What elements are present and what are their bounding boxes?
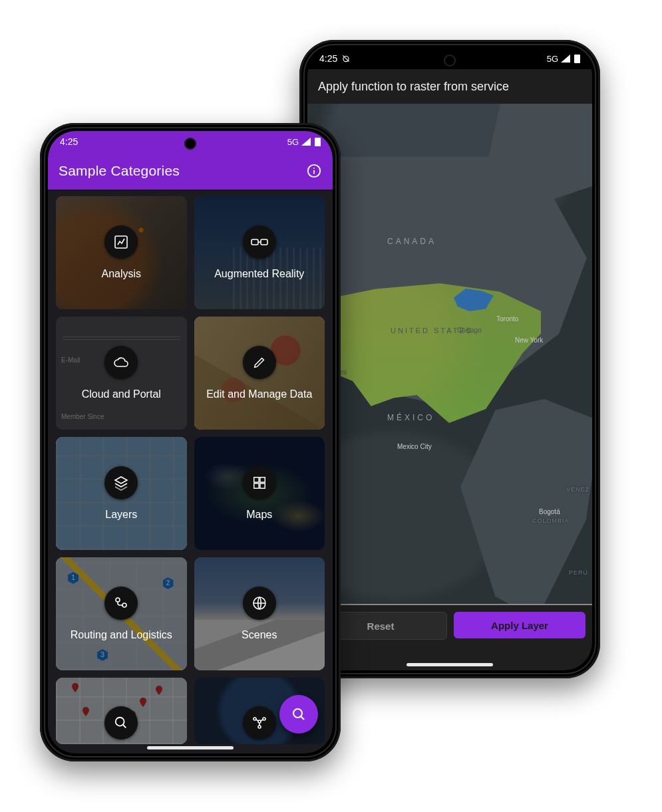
svg-rect-7 (261, 239, 267, 245)
category-label: Augmented Reality (214, 268, 304, 280)
category-label: Cloud and Portal (82, 388, 161, 400)
battery-icon (315, 138, 321, 146)
app-title: Sample Categories (59, 163, 180, 179)
svg-rect-6 (251, 239, 258, 245)
svg-point-24 (293, 709, 302, 718)
category-label: Edit and Manage Data (206, 388, 312, 400)
screen: 4:25 5G Apply function to raster from se… (307, 48, 592, 670)
network-graph-icon (243, 706, 276, 740)
bottom-toolbar: Reset Apply Layer (307, 605, 592, 670)
info-button[interactable] (298, 155, 330, 187)
category-label: Routing and Logistics (71, 629, 172, 641)
svg-line-21 (255, 720, 258, 721)
camera-notch (184, 138, 196, 150)
category-routing[interactable]: 1 2 3 Routing and Logistics (56, 557, 187, 670)
route-pin-icon (104, 587, 138, 620)
category-analysis[interactable]: Analysis (56, 196, 187, 309)
category-label: Scenes (242, 629, 277, 641)
category-label: Analysis (101, 268, 141, 280)
category-label: Layers (105, 509, 137, 521)
signal-icon (561, 55, 570, 63)
svg-rect-10 (260, 477, 265, 482)
svg-line-25 (301, 716, 304, 720)
pencil-icon (243, 346, 276, 379)
svg-line-16 (123, 725, 126, 728)
status-network: 5G (547, 54, 558, 64)
svg-point-15 (116, 718, 124, 726)
no-alarm-icon (341, 54, 351, 63)
svg-rect-9 (254, 477, 259, 482)
svg-rect-11 (254, 483, 259, 488)
status-network: 5G (287, 137, 299, 147)
signal-icon (301, 138, 311, 146)
grid-icon (243, 466, 276, 499)
status-time: 4:25 (319, 53, 337, 64)
category-maps[interactable]: Maps (194, 437, 325, 550)
globe-icon (243, 587, 276, 620)
phone-categories: 4:25 5G Sample Categories (40, 123, 341, 761)
screen: 4:25 5G Sample Categories (48, 131, 333, 753)
home-indicator (407, 663, 493, 666)
svg-point-13 (116, 598, 120, 602)
category-search[interactable] (56, 678, 187, 744)
map-view[interactable]: CANADA UNITED STATES ver Toronto Chicago… (307, 104, 592, 618)
category-label: Maps (246, 509, 272, 521)
home-indicator (147, 746, 234, 749)
cloud-icon (104, 346, 138, 379)
categories-grid[interactable]: Analysis Augmented Reality (48, 190, 333, 753)
layers-icon (104, 466, 138, 499)
app-title: Apply function to raster from service (307, 69, 592, 104)
info-icon (307, 164, 321, 178)
search-icon (291, 706, 307, 722)
phone-raster: 4:25 5G Apply function to raster from se… (299, 40, 600, 678)
category-cloud-portal[interactable]: E-Mail Member Since Cloud and Portal (56, 317, 187, 430)
category-layers[interactable]: Layers (56, 437, 187, 550)
camera-notch (444, 55, 456, 67)
ar-glasses-icon (243, 225, 276, 259)
analysis-icon (104, 225, 138, 259)
battery-icon (574, 55, 580, 63)
app-bar: Sample Categories (48, 152, 333, 190)
category-scenes[interactable]: Scenes (194, 557, 325, 670)
svg-line-22 (260, 720, 263, 721)
search-fab[interactable] (279, 695, 318, 734)
magnifier-icon (104, 706, 138, 740)
svg-point-19 (258, 726, 261, 728)
apply-layer-button[interactable]: Apply Layer (454, 612, 585, 638)
svg-point-4 (313, 168, 315, 169)
category-edit-manage[interactable]: Edit and Manage Data (194, 317, 325, 430)
status-time: 4:25 (60, 136, 78, 147)
svg-rect-12 (260, 483, 265, 488)
category-augmented-reality[interactable]: Augmented Reality (194, 196, 325, 309)
